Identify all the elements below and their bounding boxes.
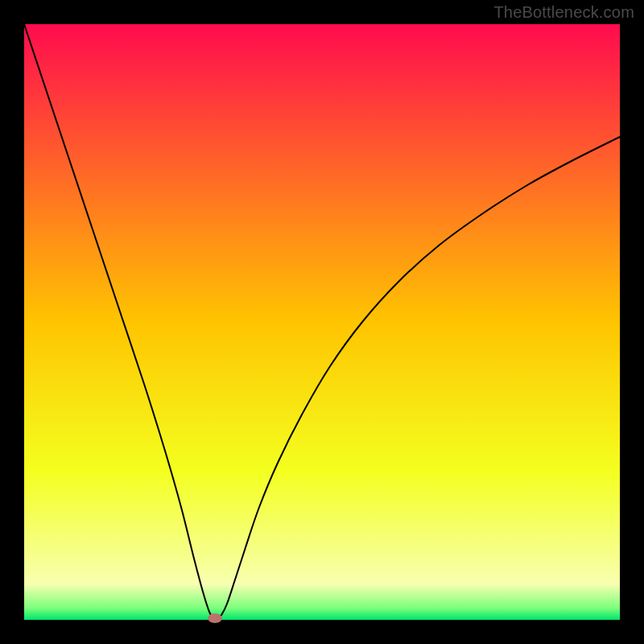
optimal-point-marker — [208, 613, 222, 623]
chart-svg — [0, 0, 644, 644]
plot-background — [24, 24, 620, 620]
bottleneck-chart: TheBottleneck.com — [0, 0, 644, 644]
watermark-text: TheBottleneck.com — [493, 3, 634, 22]
